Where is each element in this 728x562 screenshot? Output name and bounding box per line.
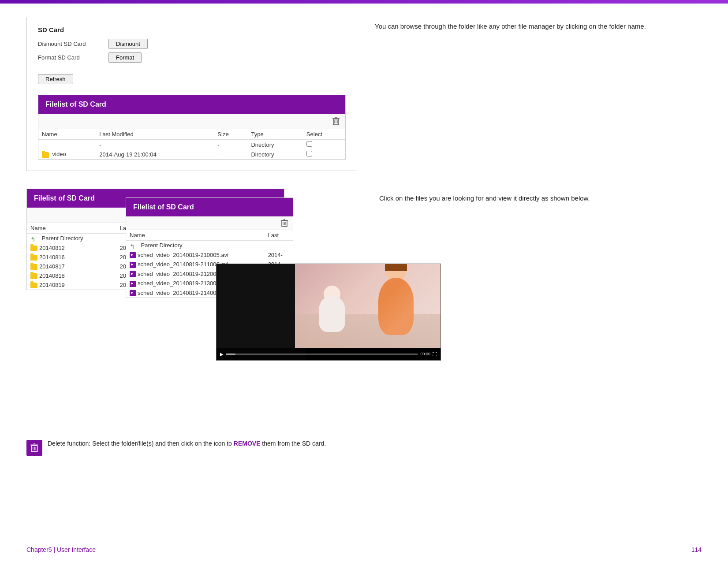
table-row: video 2014-Aug-19 21:00:04 - Directory — [38, 149, 345, 159]
delete-icon-big — [26, 440, 42, 456]
row-name: video — [38, 149, 96, 159]
folder-icon — [42, 152, 49, 158]
row-modified: 2014-Aug-19 21:00:04 — [96, 149, 214, 159]
row-name: sched_video_20140819-210005.avi — [126, 250, 265, 260]
section-1-row: SD Card Dismount SD Card Dismount Format… — [26, 17, 702, 171]
row-name: Parent Directory — [27, 234, 116, 244]
table-row: sched_video_20140819-210005.avi 2014- — [126, 250, 293, 260]
video-preview: ▶ 00:00 ⛶ — [216, 264, 441, 361]
table-header-row-1: Name Last Modified Size Type Select — [38, 129, 345, 140]
format-label: Format SD Card — [38, 54, 108, 61]
row-name: 20140818 — [27, 271, 116, 280]
video-dark-area — [217, 264, 306, 360]
video-file-icon — [130, 271, 136, 277]
folder-icon — [30, 246, 37, 251]
section-1-right: You can browse through the folder like a… — [375, 17, 702, 171]
row-name: 20140817 — [27, 262, 116, 271]
video-play-icon[interactable]: ▶ — [220, 352, 224, 357]
filelist-table-1: Name Last Modified Size Type Select - — [38, 129, 345, 159]
col-type-1: Type — [247, 129, 302, 140]
row-name: Parent Directory — [126, 241, 265, 250]
footer-chapter: Chapter5 | User Interface — [26, 546, 96, 553]
col-modified-1: Last Modified — [96, 129, 214, 140]
row-size: - — [214, 140, 247, 150]
folder-icon — [30, 273, 37, 279]
row-name: 20140819 — [27, 280, 116, 290]
filelist-toolbar-1 — [38, 114, 345, 129]
stacked-panels: Filelist of SD Card — [26, 189, 335, 400]
table-header-row: Name Last — [126, 230, 293, 241]
filelist-panel-1: Filelist of SD Card — [38, 95, 346, 160]
table-row: Parent Directory — [126, 241, 293, 250]
page-footer: Chapter5 | User Interface 114 — [26, 546, 702, 553]
table-row: - - Directory — [38, 140, 345, 150]
section-2-left: Filelist of SD Card — [26, 189, 362, 409]
refresh-button[interactable]: Refresh — [38, 74, 73, 84]
section-2-description: Click on the files you are looking for a… — [379, 193, 702, 204]
delete-note-section: Delete function: Select the folder/file(… — [26, 440, 702, 456]
row-select[interactable] — [303, 140, 345, 150]
col-select-1: Select — [303, 129, 345, 140]
filelist-title-back: Filelist of SD Card — [34, 194, 95, 202]
row-size: - — [214, 149, 247, 159]
delete-note-text: Delete function: Select the folder/file(… — [48, 440, 326, 447]
col-modified: Last — [265, 230, 293, 241]
delete-icon-mid[interactable] — [280, 218, 289, 228]
row-name: 20140812 — [27, 243, 116, 253]
video-scene — [295, 264, 441, 348]
row-select[interactable] — [303, 149, 345, 159]
video-file-icon — [130, 290, 136, 296]
remove-word: REMOVE — [234, 440, 261, 447]
video-fullscreen-icon[interactable]: ⛶ — [433, 352, 437, 357]
folder-icon — [30, 264, 37, 270]
filelist-header-mid: Filelist of SD Card — [126, 198, 293, 216]
refresh-row: Refresh — [38, 67, 346, 91]
col-name: Name — [27, 223, 116, 234]
folder-icon — [30, 255, 37, 261]
video-file-icon — [130, 252, 136, 258]
filelist-title-1: Filelist of SD Card — [45, 100, 106, 108]
folder-icon — [30, 283, 37, 288]
format-row: Format SD Card Format — [38, 52, 346, 63]
filelist-title-mid: Filelist of SD Card — [133, 203, 194, 211]
video-progress-bar[interactable] — [226, 354, 418, 355]
col-size-1: Size — [214, 129, 247, 140]
sd-card-panel: SD Card Dismount SD Card Dismount Format… — [26, 17, 357, 171]
sd-card-title: SD Card — [38, 26, 346, 33]
top-bar — [0, 0, 728, 4]
video-file-icon — [130, 262, 136, 268]
filelist-toolbar-mid — [126, 216, 293, 230]
row-type: Directory — [247, 149, 302, 159]
video-file-icon — [130, 281, 136, 287]
dismount-row: Dismount SD Card Dismount — [38, 39, 346, 49]
video-time: 00:00 — [420, 352, 430, 356]
dismount-button[interactable]: Dismount — [108, 39, 148, 49]
row-type: Directory — [247, 140, 302, 150]
format-button[interactable]: Format — [108, 52, 142, 63]
footer-page: 114 — [691, 546, 702, 553]
row-name: 20140816 — [27, 253, 116, 262]
parent-dir-icon — [130, 243, 138, 249]
section-1-left: SD Card Dismount SD Card Dismount Format… — [26, 17, 357, 171]
section-2-row: Filelist of SD Card — [26, 189, 702, 409]
col-name: Name — [126, 230, 265, 241]
delete-icon-1[interactable] — [331, 116, 341, 126]
section-1-description: You can browse through the folder like a… — [375, 21, 702, 32]
dismount-label: Dismount SD Card — [38, 41, 108, 47]
filelist-header-1: Filelist of SD Card — [38, 95, 345, 114]
col-name-1: Name — [38, 129, 96, 140]
row-modified: - — [96, 140, 214, 150]
parent-dir-icon — [30, 236, 38, 242]
row-name — [38, 140, 96, 150]
video-controls-bar: ▶ 00:00 ⛶ — [217, 348, 441, 360]
